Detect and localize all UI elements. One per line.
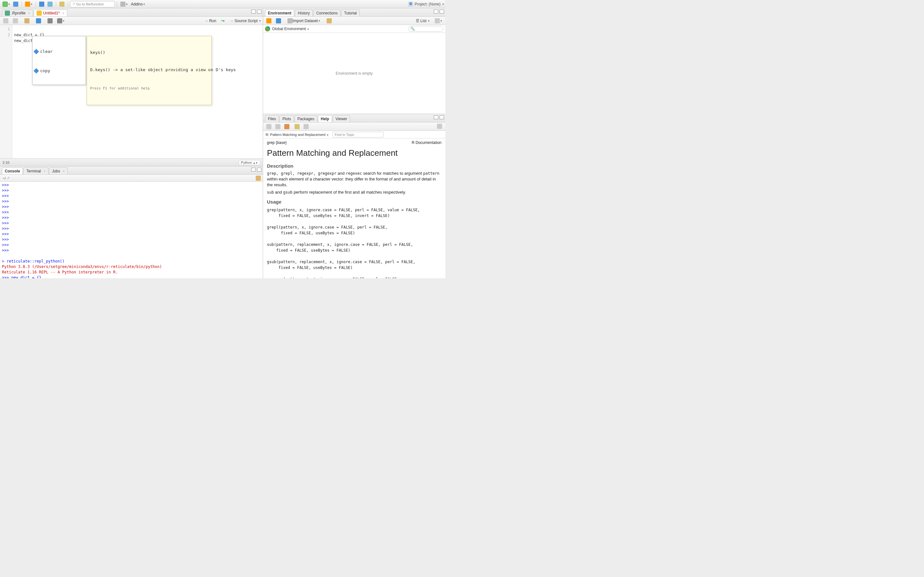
env-toolbar: Import Dataset ▾ ☰ List ▾ ▾ (263, 17, 445, 25)
addins-button[interactable]: Addins ▾ (129, 1, 146, 7)
help-desc-2: sub and gsub perform replacement of the … (267, 189, 441, 195)
help-title: Pattern Matching and Replacement (267, 148, 441, 158)
console-path-arrow-icon[interactable]: ⇗ (7, 176, 10, 180)
source-tab-rprofile[interactable]: .Rprofile × (2, 9, 33, 16)
maximize-pane-button[interactable] (439, 115, 444, 119)
help-home-button[interactable] (283, 123, 291, 130)
save-workspace-button[interactable] (275, 18, 282, 24)
help-toolbar (263, 122, 445, 131)
console-tab-jobs[interactable]: Jobs× (49, 167, 68, 174)
help-refresh-button[interactable] (436, 123, 443, 129)
method-icon (34, 49, 39, 55)
console-tab-terminal[interactable]: Terminal× (23, 167, 48, 174)
r-logo-icon: R (408, 2, 413, 7)
env-tab-environment[interactable]: Environment (265, 9, 294, 16)
help-usage: grep(pattern, x, ignore.case = FALSE, pe… (267, 207, 441, 278)
env-tab-history[interactable]: History (295, 9, 312, 16)
close-icon[interactable]: × (63, 169, 65, 173)
env-search-input[interactable]: 🔍 (408, 26, 443, 32)
minimize-pane-button[interactable] (434, 115, 438, 119)
env-tab-connections[interactable]: Connections (313, 9, 341, 16)
global-env-icon (265, 26, 270, 31)
help-desc-1: grep, grepl, regexpr, gregexpr and regex… (267, 171, 441, 188)
rerun-button[interactable]: ↪ (220, 18, 226, 24)
help-print-button[interactable] (293, 123, 301, 130)
env-tabs: Environment History Connections Tutorial (263, 8, 445, 17)
source-script-button[interactable]: →Source Script ▾ (230, 19, 261, 23)
print-button[interactable] (58, 1, 66, 7)
maximize-pane-button[interactable] (439, 10, 444, 13)
clear-console-button[interactable] (256, 176, 261, 181)
help-hdr-left: grep {base} (267, 140, 286, 145)
console-header: ~/ ⇗ (0, 175, 263, 182)
help-tab-plots[interactable]: Plots (279, 115, 294, 122)
clear-env-button[interactable] (325, 18, 333, 24)
console-tabs: Console Terminal× Jobs× (0, 166, 263, 175)
new-project-button[interactable] (12, 1, 19, 7)
maximize-pane-button[interactable] (257, 168, 262, 171)
language-selector[interactable]: Python ▲▼ (239, 160, 260, 165)
autocomplete-popup: clear copy fromkeys get items keys pop (32, 36, 86, 85)
show-in-new-window-button[interactable] (23, 18, 31, 24)
minimize-pane-button[interactable] (251, 168, 256, 171)
python-file-icon (37, 11, 42, 16)
close-icon[interactable]: × (28, 11, 30, 15)
env-scope-selector[interactable]: Global Environment ▾ (272, 27, 309, 31)
search-icon: 🔍 (410, 27, 415, 31)
console-path: ~/ (3, 176, 5, 180)
r-file-icon (5, 11, 10, 16)
source-tabs: .Rprofile × Untitled1* × (0, 8, 263, 17)
method-icon (34, 68, 39, 74)
env-view-mode[interactable]: ☰ List ▾ (416, 19, 430, 23)
help-back-button[interactable] (265, 123, 273, 130)
run-button[interactable]: →Run (204, 19, 216, 23)
open-file-button[interactable]: ▾ (24, 1, 34, 7)
close-icon[interactable]: × (62, 11, 64, 15)
goto-file-input[interactable]: ↗ Go to file/function (70, 1, 115, 7)
source-toolbar: ▾ →Run ↪ →Source Script ▾ (0, 17, 263, 25)
help-forward-button[interactable] (274, 123, 282, 130)
help-new-window-button[interactable] (302, 123, 310, 130)
top-toolbar: ▾ ▾ ↗ Go to file/function ▾ Addins ▾ R P… (0, 0, 445, 8)
autocomplete-item[interactable]: clear (32, 48, 86, 55)
source-statusbar: 2:10 Python ▲▼ (0, 158, 263, 166)
help-content[interactable]: grep {base} R Documentation Pattern Matc… (263, 139, 445, 278)
panes-button[interactable]: ▾ (119, 1, 129, 7)
help-find-input[interactable]: Find in Topic (333, 132, 384, 137)
env-tab-tutorial[interactable]: Tutorial (341, 9, 360, 16)
import-dataset-button[interactable]: Import Dataset ▾ (286, 18, 321, 24)
code-editor[interactable]: 1 2 new_dict = {} new_dict. clear copy f… (0, 25, 263, 158)
help-tab-help[interactable]: Help (318, 115, 332, 122)
help-topic-dropdown[interactable]: R: Pattern Matching and Replacement ▾ (266, 133, 328, 137)
help-tab-files[interactable]: Files (265, 115, 279, 122)
help-tab-viewer[interactable]: Viewer (333, 115, 350, 122)
save-all-button[interactable] (46, 1, 54, 7)
project-menu[interactable]: R Project: (None) ▾ (408, 2, 444, 7)
help-h-usage: Usage (267, 199, 441, 205)
env-body: Environment is empty (263, 33, 445, 114)
refresh-env-button[interactable]: ▾ (433, 18, 443, 24)
minimize-pane-button[interactable] (434, 10, 438, 13)
env-scope-bar: Global Environment ▾ 🔍 (263, 25, 445, 33)
save-button[interactable] (38, 1, 45, 7)
console-output[interactable]: >>>>>>>>>>>>>>>>>>>>>>>>>>>>>>>>>>>>>>> … (0, 182, 263, 278)
nav-back-button[interactable] (2, 18, 10, 24)
cursor-position: 2:10 (3, 161, 9, 164)
find-replace-button[interactable] (46, 18, 54, 24)
load-workspace-button[interactable] (265, 18, 273, 24)
console-tab-console[interactable]: Console (2, 167, 23, 174)
source-tab-untitled1[interactable]: Untitled1* × (34, 9, 67, 16)
minimize-pane-button[interactable] (251, 10, 256, 13)
new-file-button[interactable]: ▾ (1, 1, 11, 7)
editor-gutter: 1 2 (0, 25, 12, 158)
autocomplete-item[interactable]: copy (32, 67, 86, 75)
help-tab-packages[interactable]: Packages (294, 115, 317, 122)
nav-forward-button[interactable] (11, 18, 19, 24)
close-icon[interactable]: × (44, 169, 45, 173)
code-tools-button[interactable]: ▾ (56, 18, 66, 24)
save-source-button[interactable] (35, 18, 42, 24)
help-topic-bar: R: Pattern Matching and Replacement ▾ Fi… (263, 131, 445, 139)
help-tabs: Files Plots Packages Help Viewer (263, 114, 445, 122)
maximize-pane-button[interactable] (257, 10, 262, 13)
help-hdr-right: R Documentation (412, 140, 441, 145)
